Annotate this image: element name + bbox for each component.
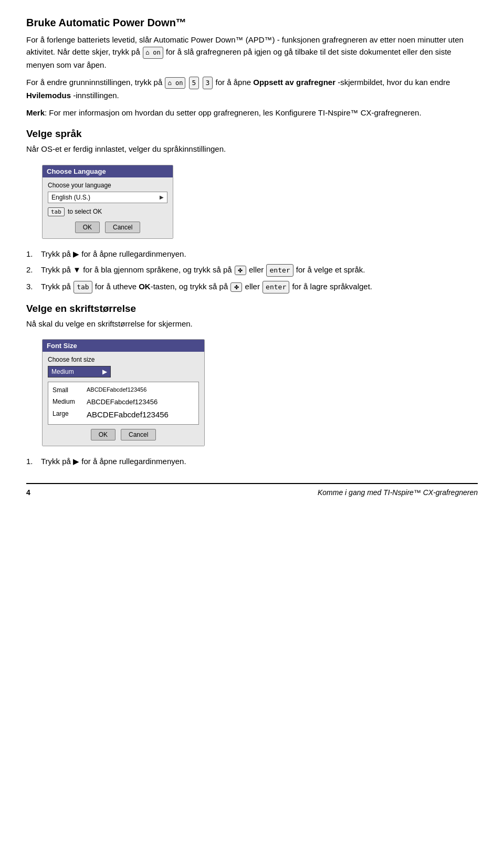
section1-heading: Velge språk bbox=[26, 128, 478, 140]
language-dialog-label: Choose your language bbox=[48, 182, 167, 189]
font-size-large-row: Large ABCDEFabcdef123456 bbox=[48, 408, 198, 422]
para2-cont: for å åpne bbox=[216, 78, 254, 87]
bold-oppsett: Oppsett av grafregner bbox=[253, 78, 335, 87]
tab-hint-row: tab to select OK bbox=[48, 207, 167, 216]
main-heading: Bruke Automatic Power Down™ bbox=[26, 16, 478, 29]
bottom-bar: 4 Komme i gang med TI-Nspire™ CX-grafreg… bbox=[26, 483, 478, 497]
on-key-2: ⌂ on bbox=[165, 77, 185, 89]
font-size-small-label: Small bbox=[52, 385, 81, 395]
language-cancel-button[interactable]: Cancel bbox=[105, 222, 140, 233]
scroll-icon-3: ✤ bbox=[230, 282, 242, 292]
note-text: : For mer informasjon om hvordan du sett… bbox=[45, 108, 422, 117]
language-dropdown[interactable]: English (U.S.) ▶ bbox=[48, 192, 167, 203]
font-dialog-screenshot: Font Size Choose font size Medium ▶ Smal… bbox=[42, 339, 205, 446]
tab-key-box: tab bbox=[48, 207, 65, 216]
scroll-icon-2: ✤ bbox=[235, 266, 246, 275]
font-dialog-titlebar: Font Size bbox=[43, 340, 204, 352]
font-size-large-label: Large bbox=[52, 409, 81, 421]
step2-num: 2. bbox=[26, 264, 37, 277]
language-ok-button[interactable]: OK bbox=[75, 222, 100, 233]
language-dialog-titlebar: Choose Language bbox=[43, 165, 173, 177]
paragraph-2: For å endre grunninnstillingen, trykk på… bbox=[26, 76, 478, 101]
section1-intro: Når OS-et er ferdig innlastet, velger du… bbox=[26, 143, 478, 155]
section2-intro: Nå skal du velge en skriftstørrelse for … bbox=[26, 318, 478, 330]
font-dialog-title: Font Size bbox=[47, 342, 77, 350]
font-size-label: Choose font size bbox=[48, 356, 199, 363]
font-size-dropdown[interactable]: Medium ▶ bbox=[48, 366, 111, 377]
step2-text: Trykk på ▼ for å bla gjennom språkene, o… bbox=[41, 264, 365, 277]
font-size-value: Medium bbox=[51, 368, 74, 375]
font-size-medium-row: Medium ABCDEFabcdef123456 bbox=[48, 396, 198, 408]
font-size-small-row: Small ABCDEFabcdef123456 bbox=[48, 384, 198, 396]
step3-text: Trykk på tab for å utheve OK-tasten, og … bbox=[41, 281, 372, 293]
tab-hint-text: to select OK bbox=[68, 208, 102, 215]
font-dropdown-arrow-icon: ▶ bbox=[102, 368, 107, 375]
font-size-medium-label: Medium bbox=[52, 397, 81, 407]
font-step1-num: 1. bbox=[26, 456, 37, 468]
main-content: Bruke Automatic Power Down™ For å forlen… bbox=[26, 16, 478, 497]
font-ok-button[interactable]: OK bbox=[91, 429, 116, 440]
font-dialog-body: Choose font size Medium ▶ Small ABCDEFab… bbox=[43, 352, 204, 446]
step1-text: Trykk på ▶ for å åpne rullegardinmenyen. bbox=[41, 248, 186, 260]
para2-mid: -skjermbildet, hvor du kan endre bbox=[338, 78, 450, 87]
key-3: 3 bbox=[203, 77, 213, 89]
font-size-medium-preview: ABCDEFabcdef123456 bbox=[87, 397, 158, 407]
language-steps-list: 1. Trykk på ▶ for å åpne rullegardinmeny… bbox=[26, 248, 478, 293]
language-dialog-body: Choose your language English (U.S.) ▶ ta… bbox=[43, 177, 173, 238]
para2-start: For å endre grunninnstillingen, trykk på bbox=[26, 78, 162, 87]
note-bold: Merk bbox=[26, 108, 45, 117]
language-step-2: 2. Trykk på ▼ for å bla gjennom språkene… bbox=[26, 264, 478, 277]
font-size-list: Small ABCDEFabcdef123456 Medium ABCDEFab… bbox=[48, 382, 199, 425]
page-number: 4 bbox=[26, 488, 30, 497]
font-cancel-button[interactable]: Cancel bbox=[121, 429, 156, 440]
bold-hvilemodus: Hvilemodus bbox=[26, 91, 71, 100]
dropdown-arrow-icon: ▶ bbox=[160, 194, 164, 200]
enter-key-3: enter bbox=[262, 281, 289, 293]
font-step1-text: Trykk på ▶ for å åpne rullegardinmenyen. bbox=[41, 456, 186, 468]
font-steps-list: 1. Trykk på ▶ for å åpne rullegardinmeny… bbox=[26, 456, 478, 468]
step3-num: 3. bbox=[26, 281, 37, 293]
language-dialog-buttons: OK Cancel bbox=[48, 222, 167, 233]
enter-key-2: enter bbox=[266, 264, 293, 277]
note-paragraph: Merk: For mer informasjon om hvordan du … bbox=[26, 107, 478, 119]
language-step-1: 1. Trykk på ▶ for å åpne rullegardinmeny… bbox=[26, 248, 478, 260]
section2-heading: Velge en skriftstørrelse bbox=[26, 303, 478, 314]
key-5: 5 bbox=[189, 77, 200, 89]
tab-key-step3: tab bbox=[74, 281, 92, 293]
ok-bold: OK bbox=[139, 282, 151, 291]
font-size-small-preview: ABCDEFabcdef123456 bbox=[87, 385, 146, 395]
language-step-3: 3. Trykk på tab for å utheve OK-tasten, … bbox=[26, 281, 478, 293]
footer-text: Komme i gang med TI-Nspire™ CX-grafregne… bbox=[318, 488, 478, 497]
font-step-1: 1. Trykk på ▶ for å åpne rullegardinmeny… bbox=[26, 456, 478, 468]
language-dropdown-value: English (U.S.) bbox=[51, 194, 90, 201]
font-size-large-preview: ABCDEFabcdef123456 bbox=[87, 409, 169, 421]
on-key-inline: ⌂ on bbox=[143, 47, 163, 59]
language-dialog-title: Choose Language bbox=[47, 167, 106, 175]
step1-num: 1. bbox=[26, 248, 37, 260]
paragraph-1: For å forlenge batteriets levetid, slår … bbox=[26, 34, 478, 71]
font-dialog-buttons: OK Cancel bbox=[48, 429, 199, 440]
language-dialog-screenshot: Choose Language Choose your language Eng… bbox=[42, 165, 173, 239]
para2-end: -innstillingen. bbox=[73, 91, 119, 100]
